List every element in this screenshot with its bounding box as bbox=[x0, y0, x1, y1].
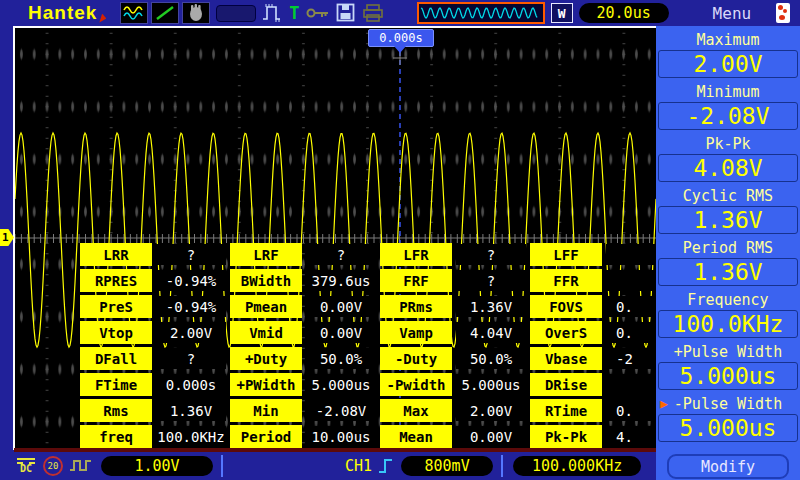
measure-value: 100.0KHz bbox=[658, 310, 798, 338]
coupling-dc-icon[interactable]: DC bbox=[15, 458, 37, 474]
trigger-source-label: CH1 bbox=[345, 457, 372, 475]
measure-name: LRR bbox=[80, 243, 152, 266]
pulse-icon[interactable] bbox=[261, 3, 285, 23]
measure-reading: 4. bbox=[606, 426, 656, 447]
table-row: Vtop2.00VVmid0.00VVamp4.04VOverS0. bbox=[80, 321, 656, 344]
key-lock-icon[interactable] bbox=[305, 4, 331, 22]
measure-reading: 0. bbox=[606, 400, 656, 421]
measure-label: Maximum bbox=[656, 30, 800, 49]
measure-name: Pmean bbox=[230, 295, 302, 318]
measure-label-text: Cyclic RMS bbox=[683, 187, 773, 205]
measure-reading: 0.00V bbox=[456, 426, 526, 447]
measure-reading: -0.94% bbox=[156, 270, 226, 291]
measure-label-text: +Pulse Width bbox=[674, 343, 782, 361]
divider bbox=[221, 455, 223, 477]
sidebar-measure-item[interactable]: ▶-Pulse Width5.000us bbox=[656, 394, 800, 442]
measure-reading: ? bbox=[156, 348, 226, 369]
table-row: DFall?+Duty50.0%-Duty50.0%Vbase-2 bbox=[80, 347, 656, 370]
measure-name: -Duty bbox=[380, 347, 452, 370]
measure-reading: 2.00V bbox=[456, 400, 526, 421]
brand-logo: Hantek bbox=[28, 0, 97, 26]
measure-name: Vmid bbox=[230, 321, 302, 344]
measure-name: Mean bbox=[380, 425, 452, 448]
measure-label-text: -Pulse Width bbox=[674, 395, 782, 413]
print-glyph bbox=[361, 3, 385, 23]
measure-reading: -2.08V bbox=[306, 400, 376, 421]
thumbnail-waveform bbox=[419, 4, 539, 20]
menu-button[interactable]: Menu bbox=[713, 4, 752, 23]
measure-name: +Duty bbox=[230, 347, 302, 370]
measure-reading: 1.36V bbox=[456, 296, 526, 317]
measure-label: ▶-Pulse Width bbox=[656, 394, 800, 413]
trigger-position-tab[interactable]: 0.000s bbox=[368, 29, 434, 47]
counter-frequency-readout[interactable]: 100.000KHz bbox=[513, 456, 641, 476]
measure-label-text: Minimum bbox=[696, 83, 759, 101]
measure-reading: 0.00V bbox=[306, 296, 376, 317]
measure-reading bbox=[606, 374, 656, 395]
print-icon[interactable] bbox=[361, 3, 385, 23]
sidebar-measure-item[interactable]: Cyclic RMS1.36V bbox=[656, 186, 800, 234]
sidebar-measure-item[interactable]: Maximum2.00V bbox=[656, 30, 800, 78]
measure-reading: 0.00V bbox=[306, 322, 376, 343]
pulse-glyph bbox=[261, 3, 285, 23]
empty-slot bbox=[216, 5, 256, 22]
measure-label-text: Pk-Pk bbox=[705, 135, 750, 153]
trigger-cross-marker bbox=[393, 51, 407, 65]
timebase-readout[interactable]: 20.0us bbox=[579, 3, 669, 23]
measure-label-text: Period RMS bbox=[683, 239, 773, 257]
cursor-line-glyph bbox=[153, 4, 177, 22]
measure-reading: ? bbox=[156, 244, 226, 265]
measure-name: Pk-Pk bbox=[530, 425, 602, 448]
measure-name: LFF bbox=[530, 243, 602, 266]
hand-glyph bbox=[184, 4, 208, 22]
pan-thumbnail[interactable] bbox=[417, 2, 545, 24]
sidebar-measure-item[interactable]: Minimum-2.08V bbox=[656, 82, 800, 130]
ch1-scale-readout[interactable]: 1.00V bbox=[101, 456, 213, 476]
measure-name: RTime bbox=[530, 399, 602, 422]
measure-name: +PWidth bbox=[230, 373, 302, 396]
sidebar-measure-item[interactable]: Pk-Pk4.08V bbox=[656, 134, 800, 182]
rising-edge-icon bbox=[377, 457, 395, 475]
measure-reading bbox=[606, 244, 656, 265]
measure-name: -Pwidth bbox=[380, 373, 452, 396]
square-wave-glyph bbox=[69, 457, 93, 475]
save-disk-icon[interactable] bbox=[336, 3, 356, 23]
measure-reading: ? bbox=[306, 244, 376, 265]
hand-icon[interactable] bbox=[182, 2, 210, 24]
measure-table: LRR?LRF?LFR?LFFRPRES-0.94%BWidth379.6usF… bbox=[80, 243, 656, 448]
channel-waveform-icon[interactable] bbox=[120, 2, 148, 24]
cursor-line-icon[interactable] bbox=[151, 2, 179, 24]
trigger-level-readout[interactable]: 800mV bbox=[401, 456, 493, 476]
modify-button[interactable]: Modify bbox=[667, 454, 789, 479]
window-mode-badge[interactable]: W bbox=[551, 3, 573, 23]
measure-reading: 50.0% bbox=[456, 348, 526, 369]
measure-value: 1.36V bbox=[658, 258, 798, 286]
ch1-ground-marker[interactable]: 1 bbox=[0, 229, 14, 246]
measure-reading: 50.0% bbox=[306, 348, 376, 369]
measure-name: BWidth bbox=[230, 269, 302, 292]
bandwidth-limit-icon[interactable]: 20 bbox=[43, 456, 63, 476]
table-row: LRR?LRF?LFR?LFF bbox=[80, 243, 656, 266]
measure-name: DFall bbox=[80, 347, 152, 370]
measure-reading: -2 bbox=[606, 348, 656, 369]
sidebar-measure-item[interactable]: Frequency100.0KHz bbox=[656, 290, 800, 338]
measure-reading: 1.36V bbox=[156, 400, 226, 421]
measure-name: RPRES bbox=[80, 269, 152, 292]
dc-solid-line bbox=[17, 458, 35, 460]
square-wave-icon bbox=[69, 457, 93, 475]
measure-label: Pk-Pk bbox=[656, 134, 800, 153]
measure-name: LFR bbox=[380, 243, 452, 266]
sidebar-measure-item[interactable]: +Pulse Width5.000us bbox=[656, 342, 800, 390]
measure-name: Vtop bbox=[80, 321, 152, 344]
bandwidth-limit-value: 20 bbox=[48, 461, 59, 471]
oscilloscope-screen: { "topbar": { "brand": "Hantek", "icons"… bbox=[0, 0, 800, 480]
measure-label: Minimum bbox=[656, 82, 800, 101]
table-row: RPRES-0.94%BWidth379.6usFRF?FFR bbox=[80, 269, 656, 292]
measure-name: FFR bbox=[530, 269, 602, 292]
sidebar-measurements: Maximum2.00VMinimum-2.08VPk-Pk4.08VCycli… bbox=[656, 30, 800, 446]
trigger-type-icon[interactable]: T bbox=[289, 3, 299, 23]
sidebar-measure-item[interactable]: Period RMS1.36V bbox=[656, 238, 800, 286]
key-glyph bbox=[305, 4, 331, 22]
measure-name: DRise bbox=[530, 373, 602, 396]
measure-name: Rms bbox=[80, 399, 152, 422]
